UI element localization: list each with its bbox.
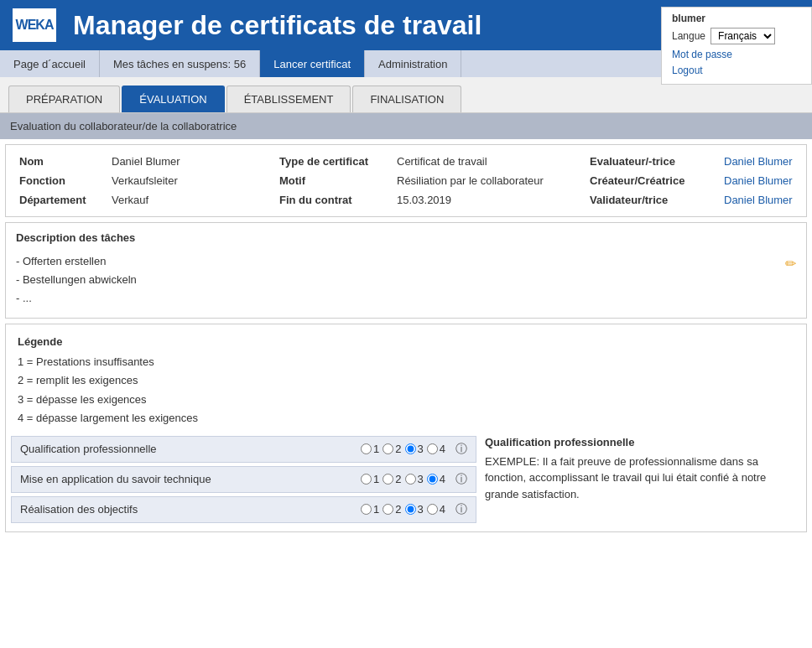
tab-evaluation[interactable]: ÉVALUATION: [122, 86, 224, 112]
logout-link[interactable]: Logout: [672, 63, 801, 79]
mot-de-passe-link[interactable]: Mot de passe: [672, 47, 801, 63]
qual-right: Qualification professionnelle EXEMPLE: I…: [476, 436, 801, 526]
qual-mise-radio-4[interactable]: 4: [427, 473, 445, 485]
qual-prof-radios: 1 2 3 4: [361, 443, 445, 455]
nav-tasks[interactable]: Mes tâches en suspens: 56: [100, 50, 260, 77]
qual-mise-radio-3[interactable]: 3: [405, 473, 424, 485]
qual-real-radio-4[interactable]: 4: [427, 503, 445, 516]
section-header: Evaluation du collaborateur/de la collab…: [0, 113, 812, 139]
motif-label: Motif: [279, 174, 397, 187]
motif-value: Résiliation par le collaborateur: [397, 174, 590, 187]
legend-title: Légende: [18, 333, 794, 351]
type-cert-value: Certificat de travail: [397, 155, 590, 168]
tab-preparation[interactable]: PRÉPARATION: [8, 86, 120, 112]
legend-area: Légende 1 = Prestations insuffisantes 2 …: [6, 324, 806, 435]
eval-section: Légende 1 = Prestations insuffisantes 2 …: [5, 324, 807, 531]
employee-info-card: Nom Daniel Blumer Type de certificat Cer…: [5, 144, 807, 217]
fin-contrat-value: 15.03.2019: [397, 194, 590, 206]
nav-lancer[interactable]: Lancer certificat: [260, 50, 365, 77]
departement-label: Département: [19, 194, 112, 206]
qual-left: Qualification professionnelle 1 2 3 4 ⓘ …: [11, 436, 476, 526]
task-line-1: - Offerten erstellen: [16, 252, 796, 271]
departement-value: Verkauf: [112, 194, 279, 206]
fin-contrat-label: Fin du contrat: [279, 194, 397, 206]
qual-prof-radio-3[interactable]: 3: [405, 443, 424, 455]
qualification-container: Qualification professionnelle 1 2 3 4 ⓘ …: [6, 436, 806, 531]
createur-label: Créateur/Créatrice: [590, 174, 724, 187]
language-select[interactable]: Français: [710, 28, 775, 44]
header-links: Mot de passe Logout: [672, 47, 801, 79]
language-row: Langue Français: [672, 28, 801, 44]
validateur-label: Validateur/trice: [590, 194, 724, 206]
employee-info-grid: Nom Daniel Blumer Type de certificat Cer…: [6, 145, 806, 216]
fonction-label: Fonction: [19, 174, 112, 187]
qual-real-info-icon[interactable]: ⓘ: [455, 502, 467, 517]
nom-value: Daniel Blumer: [112, 155, 279, 168]
task-line-3: - ...: [16, 289, 796, 308]
legend-item-2: 2 = remplit les exigences: [18, 371, 794, 390]
qual-mise-label: Mise en application du savoir technique: [20, 473, 211, 485]
tab-etablissement[interactable]: ÉTABLISSEMENT: [226, 86, 351, 112]
qual-row-real: Réalisation des objectifs 1 2 3 4 ⓘ: [11, 496, 476, 523]
qual-prof-radio-1[interactable]: 1: [361, 443, 379, 455]
nom-label: Nom: [19, 155, 112, 168]
qual-real-radios: 1 2 3 4: [361, 503, 445, 516]
legend-item-4: 4 = dépasse largement les exigences: [18, 409, 794, 428]
tasks-title: Description des tâches: [6, 223, 806, 249]
username: blumer: [672, 13, 801, 24]
evaluateur-label: Evaluateur/-trice: [590, 155, 724, 168]
qual-mise-radios: 1 2 3 4: [361, 473, 445, 485]
tab-finalisation[interactable]: FINALISATION: [352, 86, 461, 112]
edit-icon[interactable]: ✏: [785, 252, 796, 275]
qual-prof-info-icon[interactable]: ⓘ: [455, 442, 467, 457]
qual-mise-radio-1[interactable]: 1: [361, 473, 379, 485]
language-label: Langue: [672, 30, 705, 42]
qual-right-text: EXEMPLE: Il a fait preuve de professionn…: [485, 454, 793, 503]
qual-prof-radio-4[interactable]: 4: [427, 443, 445, 455]
user-panel: blumer Langue Français Mot de passe Logo…: [661, 7, 812, 85]
qual-mise-info-icon[interactable]: ⓘ: [455, 472, 467, 487]
tasks-content: - Offerten erstellen - Bestellungen abwi…: [6, 249, 806, 318]
qual-real-label: Réalisation des objectifs: [20, 503, 138, 516]
qual-row-prof: Qualification professionnelle 1 2 3 4 ⓘ: [11, 436, 476, 463]
qual-real-radio-3[interactable]: 3: [405, 503, 424, 516]
header: WEKA Manager de certificats de travail b…: [0, 0, 812, 50]
validateur-value[interactable]: Daniel Blumer: [724, 194, 793, 206]
logo: WEKA: [13, 8, 56, 42]
tasks-card: Description des tâches - Offerten erstel…: [5, 222, 807, 319]
qual-real-radio-1[interactable]: 1: [361, 503, 379, 516]
createur-value[interactable]: Daniel Blumer: [724, 174, 793, 187]
nav-admin[interactable]: Administration: [365, 50, 461, 77]
legend-item-3: 3 = dépasse les exigences: [18, 391, 794, 409]
qual-real-radio-2[interactable]: 2: [383, 503, 401, 516]
qual-prof-radio-2[interactable]: 2: [383, 443, 401, 455]
legend-item-1: 1 = Prestations insuffisantes: [18, 353, 794, 371]
qual-prof-label: Qualification professionnelle: [20, 443, 157, 455]
qual-mise-radio-2[interactable]: 2: [383, 473, 401, 485]
type-cert-label: Type de certificat: [279, 155, 397, 168]
fonction-value: Verkaufsleiter: [112, 174, 279, 187]
task-line-2: - Bestellungen abwickeln: [16, 271, 796, 289]
qual-row-mise: Mise en application du savoir technique …: [11, 466, 476, 493]
nav-home[interactable]: Page d´accueil: [0, 50, 100, 77]
logo-text: WEKA: [16, 18, 54, 33]
qual-right-title: Qualification professionnelle: [485, 436, 793, 448]
evaluateur-value[interactable]: Daniel Blumer: [724, 155, 793, 168]
